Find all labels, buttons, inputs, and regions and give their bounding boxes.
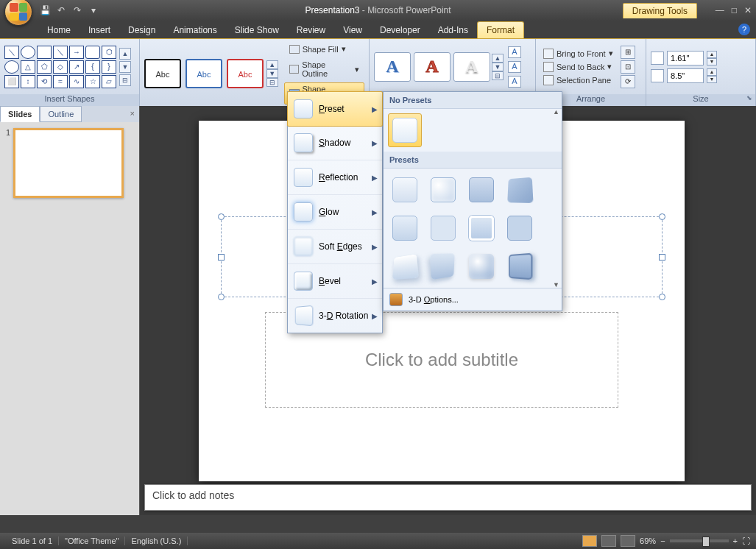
spin-up-icon[interactable]: ▲ (707, 68, 717, 76)
outline-tab[interactable]: Outline (40, 106, 82, 122)
zoom-in-icon[interactable]: + (733, 536, 738, 545)
shape-icon[interactable]: ☆ (85, 75, 100, 88)
qat-dropdown-icon[interactable]: ▾ (88, 5, 99, 15)
preset-none[interactable] (388, 113, 422, 147)
wordart-gallery[interactable]: A A A (374, 52, 490, 82)
scroll-down-icon[interactable]: ▼ (553, 281, 560, 288)
close-icon[interactable]: ✕ (744, 5, 752, 15)
slide-thumbnail[interactable] (13, 128, 124, 198)
slideshow-view-icon[interactable] (621, 535, 635, 547)
bring-to-front-button[interactable]: Bring to Front ▾ (540, 48, 616, 60)
resize-handle[interactable] (218, 294, 225, 300)
spin-down-icon[interactable]: ▼ (707, 76, 717, 83)
notes-pane[interactable]: Click to add notes (144, 484, 752, 511)
menu-shadow[interactable]: Shadow▶ (288, 126, 382, 160)
close-pane-icon[interactable]: × (126, 106, 139, 122)
preset-item[interactable] (426, 249, 460, 283)
spin-up-icon[interactable]: ▲ (707, 51, 717, 58)
shape-outline-button[interactable]: Shape Outline ▾ (284, 58, 364, 80)
status-slide-number[interactable]: Slide 1 of 1 (6, 536, 59, 545)
shape-style-item[interactable]: Abc (144, 59, 181, 88)
shapes-gallery[interactable]: ＼＼→⬡ △⬠◇↗{} ⬜↕⟲≈∿☆▱ (4, 46, 116, 88)
menu-preset[interactable]: Preset ▶ (287, 91, 383, 127)
tab-insert[interactable]: Insert (80, 22, 119, 38)
menu-3d-rotation[interactable]: 3-D Rotation▶ (288, 299, 382, 333)
resize-handle[interactable] (218, 213, 225, 220)
preset-item[interactable] (388, 211, 422, 245)
shape-style-item[interactable]: Abc (227, 59, 264, 88)
slides-tab[interactable]: Slides (0, 106, 40, 122)
gallery-more-icon[interactable]: ⊟ (119, 74, 131, 86)
tab-slideshow[interactable]: Slide Show (226, 22, 288, 38)
gallery-down-icon[interactable]: ▼ (266, 69, 278, 78)
wordart-item[interactable]: A (414, 52, 451, 82)
shape-icon[interactable]: } (102, 60, 116, 74)
shape-icon[interactable]: ⟲ (37, 75, 52, 88)
shape-icon[interactable] (4, 60, 19, 74)
shape-icon[interactable]: ∿ (69, 75, 84, 88)
zoom-out-icon[interactable]: − (660, 536, 665, 545)
spin-down-icon[interactable]: ▼ (707, 58, 717, 65)
shape-rrect-icon[interactable] (85, 46, 100, 59)
preset-item[interactable] (503, 249, 537, 283)
preset-item[interactable] (464, 211, 498, 245)
text-effects-icon[interactable]: A (508, 76, 521, 88)
gallery-up-icon[interactable]: ▲ (266, 60, 278, 69)
help-icon[interactable]: ? (738, 24, 750, 35)
shape-icon[interactable]: ↗ (69, 60, 84, 74)
shape-width-input[interactable] (667, 68, 704, 83)
sorter-view-icon[interactable] (601, 535, 616, 547)
shape-icon[interactable]: ⬠ (37, 60, 52, 74)
undo-icon[interactable]: ↶ (56, 5, 66, 15)
gallery-down-icon[interactable]: ▼ (119, 61, 131, 73)
shape-rect-icon[interactable] (37, 46, 52, 59)
tab-home[interactable]: Home (38, 22, 80, 38)
selection-pane-button[interactable]: Selection Pane (540, 74, 616, 86)
wordart-item[interactable]: A (453, 52, 490, 82)
shape-height-input[interactable] (667, 51, 704, 65)
tab-design[interactable]: Design (119, 22, 164, 38)
wordart-item[interactable]: A (374, 52, 411, 82)
send-to-back-button[interactable]: Send to Back ▾ (540, 61, 616, 73)
align-icon[interactable]: ⊞ (621, 46, 635, 59)
gallery-more-icon[interactable]: ⊟ (492, 71, 504, 80)
shape-line2-icon[interactable]: ＼ (53, 46, 68, 59)
preset-item[interactable] (464, 173, 498, 207)
shape-arrow-icon[interactable]: → (69, 46, 84, 59)
shape-icon[interactable]: ⬡ (102, 46, 116, 59)
menu-soft-edges[interactable]: Soft Edges▶ (288, 230, 382, 264)
save-icon[interactable]: 💾 (40, 5, 50, 15)
minimize-icon[interactable]: — (716, 5, 724, 15)
tab-developer[interactable]: Developer (371, 22, 429, 38)
preset-item[interactable] (503, 173, 537, 207)
preset-item[interactable] (503, 211, 537, 245)
tab-format[interactable]: Format (477, 21, 524, 38)
resize-handle[interactable] (659, 213, 665, 220)
shape-oval-icon[interactable] (21, 46, 35, 59)
preset-item[interactable] (388, 249, 422, 283)
menu-bevel[interactable]: Bevel▶ (288, 264, 382, 299)
tab-view[interactable]: View (334, 22, 371, 38)
shape-icon[interactable]: ◇ (53, 60, 68, 74)
status-zoom[interactable]: 69% (640, 536, 656, 545)
preset-item[interactable] (426, 173, 460, 207)
gallery-down-icon[interactable]: ▼ (492, 63, 504, 71)
menu-reflection[interactable]: Reflection▶ (288, 160, 382, 195)
menu-glow[interactable]: Glow▶ (288, 195, 382, 230)
tab-addins[interactable]: Add-Ins (429, 22, 477, 38)
shape-line-icon[interactable]: ＼ (4, 46, 19, 59)
group-size[interactable]: Size (646, 94, 755, 106)
fit-window-icon[interactable]: ⛶ (742, 536, 750, 545)
shape-fill-button[interactable]: Shape Fill ▾ (284, 42, 364, 56)
text-outline-icon[interactable]: A (508, 61, 521, 73)
shape-icon[interactable]: ⬜ (4, 75, 19, 88)
shape-icon[interactable]: ≈ (53, 75, 68, 88)
tab-animations[interactable]: Animations (164, 22, 225, 38)
shape-style-gallery[interactable]: Abc Abc Abc (144, 59, 264, 88)
resize-handle[interactable] (218, 254, 225, 261)
preset-item[interactable] (464, 249, 498, 283)
maximize-icon[interactable]: □ (732, 5, 737, 15)
shape-icon[interactable]: △ (21, 60, 35, 74)
status-theme[interactable]: "Office Theme" (59, 536, 125, 545)
preset-item[interactable] (426, 211, 460, 245)
